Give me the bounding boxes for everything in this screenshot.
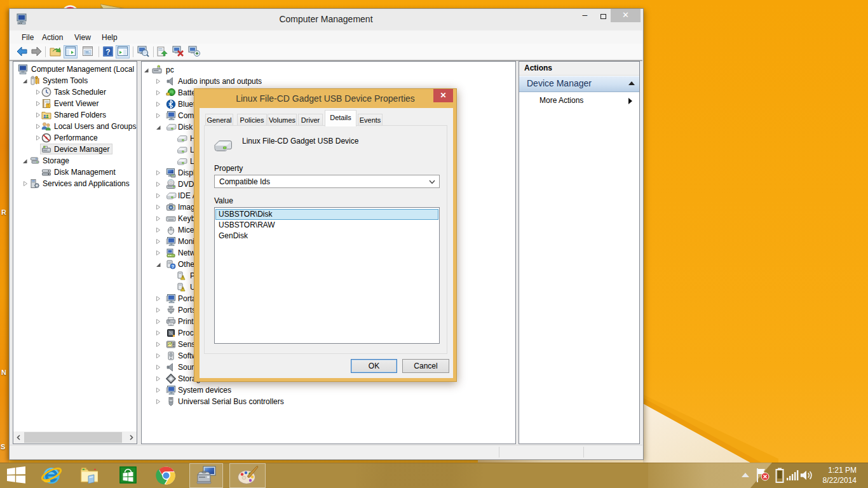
svg-text:?: ?	[105, 48, 110, 57]
